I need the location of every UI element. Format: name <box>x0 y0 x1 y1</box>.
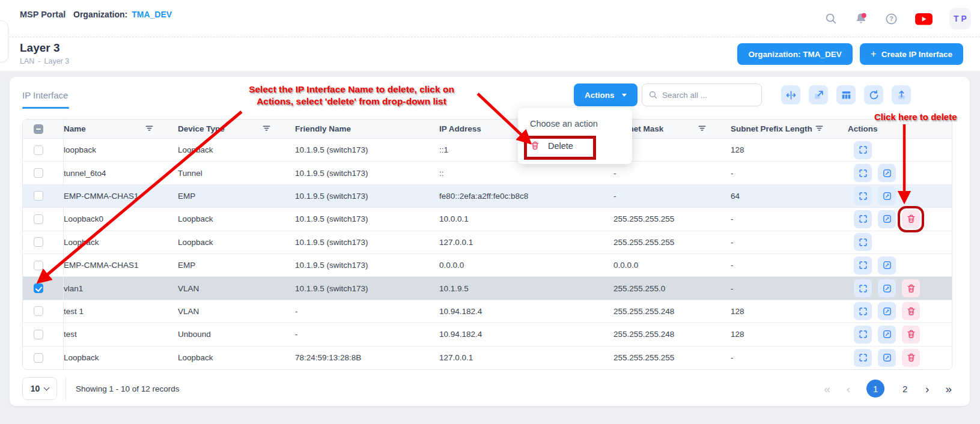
column-label: IP Address <box>439 124 481 133</box>
edit-row-button[interactable] <box>878 326 896 344</box>
table-row[interactable]: loopbackLoopback10.1.9.5 (switch173)::1-… <box>23 139 952 162</box>
actions-dropdown-button[interactable]: Actions <box>574 83 638 106</box>
column-label: Actions <box>848 124 878 133</box>
refresh-button[interactable] <box>864 85 883 104</box>
delete-row-button[interactable] <box>902 210 920 228</box>
pagination-prev-button[interactable]: ‹ <box>847 383 850 395</box>
chevron-down-icon <box>622 94 627 97</box>
prefix-length-cell: - <box>731 238 848 247</box>
notifications-bell-icon[interactable] <box>854 11 868 26</box>
row-checkbox[interactable] <box>34 261 43 270</box>
breadcrumb-current: Layer 3 <box>44 57 70 65</box>
row-checkbox[interactable] <box>34 283 43 293</box>
prefix-length-cell: 128 <box>731 330 848 339</box>
edit-row-button[interactable] <box>878 279 896 297</box>
row-checkbox[interactable] <box>34 191 43 201</box>
edit-row-button[interactable] <box>878 187 896 205</box>
organization-value-link[interactable]: TMA_DEV <box>132 10 172 19</box>
search-icon[interactable] <box>824 12 838 25</box>
columns-button[interactable] <box>836 85 856 104</box>
row-actions-cell <box>848 256 952 274</box>
pagination-page-1[interactable]: 1 <box>866 380 884 398</box>
view-row-button[interactable] <box>854 233 872 251</box>
row-checkbox[interactable] <box>34 330 43 339</box>
view-row-button[interactable] <box>854 349 872 367</box>
view-row-button[interactable] <box>854 302 872 320</box>
search-input[interactable] <box>662 91 746 100</box>
youtube-icon[interactable] <box>915 11 933 26</box>
sidebar-edge-toggle[interactable] <box>0 20 8 62</box>
pagination-page-2[interactable]: 2 <box>901 384 909 394</box>
open-external-button[interactable] <box>809 85 828 104</box>
row-checkbox[interactable] <box>34 353 43 363</box>
view-row-button[interactable] <box>854 141 872 159</box>
row-checkbox[interactable] <box>34 168 43 178</box>
pagination-last-button[interactable]: » <box>945 383 952 395</box>
edit-row-button[interactable] <box>878 302 896 320</box>
breadcrumb: LAN-Layer 3 <box>20 57 69 65</box>
delete-row-button[interactable] <box>902 349 920 367</box>
help-icon[interactable]: ? <box>884 12 898 26</box>
delete-row-button[interactable] <box>902 326 920 344</box>
table-row[interactable]: test 1VLAN-10.94.182.4255.255.255.248128 <box>23 300 952 323</box>
table-row[interactable]: Loopback0Loopback10.1.9.5 (switch173)10.… <box>23 208 952 231</box>
delete-row-button[interactable] <box>902 279 920 297</box>
table-row[interactable]: EMP-CMMA-CHAS1EMP10.1.9.5 (switch173)fe8… <box>23 185 952 208</box>
filter-icon[interactable] <box>815 124 824 133</box>
table-row[interactable]: EMP-CMMA-CHAS1EMP10.1.9.5 (switch173)0.0… <box>23 254 952 277</box>
filter-icon[interactable] <box>262 124 271 133</box>
user-avatar[interactable]: T P <box>949 8 971 29</box>
device-type-cell: VLAN <box>178 284 295 293</box>
view-row-button[interactable] <box>854 326 872 344</box>
name-cell: tunnel_6to4 <box>64 169 178 178</box>
search-box <box>642 83 762 106</box>
export-button[interactable] <box>892 85 911 104</box>
edit-row-button[interactable] <box>878 256 896 274</box>
organization-button[interactable]: Organization: TMA_DEV <box>737 43 852 65</box>
column-label: Subnet Prefix Length <box>731 124 812 133</box>
row-checkbox[interactable] <box>34 214 43 224</box>
row-checkbox[interactable] <box>34 237 43 247</box>
fit-width-button[interactable] <box>781 85 800 104</box>
column-label: Friendly Name <box>295 124 351 133</box>
edit-icon <box>882 191 892 201</box>
view-row-button[interactable] <box>854 256 872 274</box>
ip-address-cell: 127.0.0.1 <box>439 353 613 362</box>
row-checkbox[interactable] <box>34 145 43 155</box>
pagination-first-button[interactable]: « <box>824 383 830 395</box>
view-row-button[interactable] <box>854 210 872 228</box>
view-row-button[interactable] <box>854 187 872 205</box>
pagination-next-button[interactable]: › <box>925 383 929 395</box>
plus-icon: + <box>871 48 877 60</box>
table-row[interactable]: LoopbackLoopback78:24:59:13:28:8B127.0.0… <box>23 347 952 369</box>
edit-row-button[interactable] <box>878 164 896 182</box>
breadcrumb-separator: - <box>38 57 40 65</box>
tab-ip-interface[interactable]: IP Interface <box>22 90 68 100</box>
select-all-checkbox[interactable] <box>34 124 43 134</box>
table-row[interactable]: tunnel_6to4Tunnel10.1.9.5 (switch173)::-… <box>23 162 952 184</box>
delete-row-button[interactable] <box>902 302 920 320</box>
table-row[interactable]: testUnbound-10.94.182.4255.255.255.24812… <box>23 323 952 346</box>
edit-row-button[interactable] <box>878 349 896 367</box>
fit-width-icon <box>785 89 797 101</box>
view-row-button[interactable] <box>854 164 872 182</box>
table-row[interactable]: LoopbackLoopback10.1.9.5 (switch173)127.… <box>23 231 952 254</box>
row-checkbox[interactable] <box>34 306 43 316</box>
table-row[interactable]: vlan1VLAN10.1.9.5 (switch173)10.1.9.5255… <box>23 277 952 300</box>
filter-icon[interactable] <box>698 124 707 133</box>
create-ip-interface-button[interactable]: + Create IP Interface <box>860 43 963 65</box>
name-cell: vlan1 <box>64 284 178 293</box>
filter-icon[interactable] <box>145 124 154 133</box>
edit-row-button[interactable] <box>878 210 896 228</box>
ip-address-cell: fe80::2efa:a2ff:fe0c:b8c8 <box>439 192 613 201</box>
subnet-mask-cell: 255.255.255.248 <box>613 330 731 339</box>
dropdown-item-delete[interactable]: Delete <box>518 135 632 157</box>
page-size-select[interactable]: 10 <box>22 377 57 400</box>
svg-text:?: ? <box>889 15 893 22</box>
device-type-cell: Loopback <box>178 353 295 362</box>
row-checkbox-cell <box>23 277 64 299</box>
dropdown-item-label: Delete <box>548 141 573 151</box>
pagination: « ‹ 12 › » <box>824 377 952 400</box>
breadcrumb-parent[interactable]: LAN <box>20 57 34 65</box>
view-row-button[interactable] <box>854 279 872 297</box>
